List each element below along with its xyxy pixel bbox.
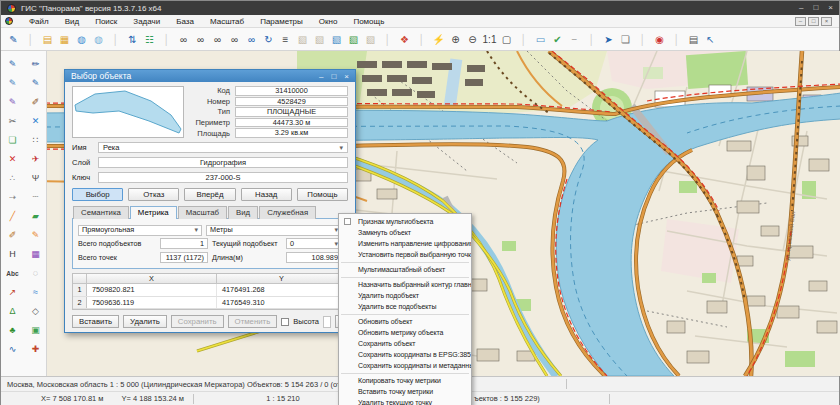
dialog-close-button[interactable]: × xyxy=(344,72,349,81)
toolbar-divider[interactable]: │ xyxy=(379,30,396,49)
menu-item-set-first-point[interactable]: Установить первой выбранную точку xyxy=(339,249,471,260)
current-subobject-select[interactable]: 0▾ xyxy=(286,238,342,249)
toolbar-divider[interactable]: │ xyxy=(634,30,651,49)
triangle-tool[interactable]: Δ xyxy=(1,302,24,321)
open-map-button[interactable]: ▤ xyxy=(39,30,56,49)
brush-tool[interactable]: ✐ xyxy=(24,93,47,112)
object-list-button[interactable]: ≡ xyxy=(277,30,294,49)
menu-view[interactable]: Вид xyxy=(57,15,87,28)
tab-scale[interactable]: Масштаб xyxy=(178,206,227,219)
save-map-button[interactable]: ▦ xyxy=(56,30,73,49)
color-palette-button[interactable]: ◉ xyxy=(651,30,668,49)
mdi-restore-button[interactable]: □ xyxy=(808,17,819,26)
window-minimize-button[interactable]: – xyxy=(799,2,803,14)
toolbar-divider[interactable]: │ xyxy=(515,30,532,49)
save-button[interactable]: Сохранить xyxy=(171,315,224,328)
draw-line-tool[interactable]: ╱ xyxy=(1,207,24,226)
cross-tool[interactable]: ✚ xyxy=(24,340,47,359)
toolbar-divider[interactable]: │ xyxy=(413,30,430,49)
text-h-tool[interactable]: H xyxy=(1,245,24,264)
menu-item-save-coords-metadata[interactable]: Сохранить координаты и метаданные xyxy=(339,360,471,371)
find-object-button[interactable]: ∞ xyxy=(175,30,192,49)
whats-this-button[interactable]: ↖ xyxy=(702,30,719,49)
menu-options[interactable]: Параметры xyxy=(252,15,311,28)
menu-database[interactable]: База xyxy=(168,15,202,28)
y-value[interactable]: 4176549.310 xyxy=(217,297,347,309)
cancel-button[interactable]: Отказ xyxy=(128,188,179,201)
find-by-name-button[interactable]: ∞ xyxy=(192,30,209,49)
undo-button[interactable]: Отменить xyxy=(228,315,278,328)
column-header-x[interactable]: X xyxy=(87,274,217,283)
menu-item-set-main-contour[interactable]: Назначить выбранный контур главным xyxy=(339,279,471,290)
node-grid-tool[interactable]: ∷ xyxy=(24,131,47,150)
toolbar-divider[interactable]: │ xyxy=(583,30,600,49)
move-points-tool[interactable]: ⇢ xyxy=(1,188,24,207)
units-select[interactable]: Метры▾ xyxy=(206,225,342,236)
text-abc-tool[interactable]: Abc xyxy=(1,264,24,283)
find-selected-button[interactable]: ∞ xyxy=(243,30,260,49)
menu-search[interactable]: Поиск xyxy=(87,15,125,28)
total-subobjects-field[interactable]: 1 xyxy=(160,238,208,249)
dialog-maximize-button[interactable]: □ xyxy=(331,72,336,81)
menu-item-save-object[interactable]: Сохранить объект xyxy=(339,338,471,349)
select-info-button[interactable]: ➤ xyxy=(600,30,617,49)
menu-item-multiscale-object[interactable]: Мультимасштабный объект xyxy=(339,264,471,275)
menu-item-change-direction[interactable]: Изменить направление цифрования xyxy=(339,238,471,249)
screen-view-button[interactable]: ▭ xyxy=(532,30,549,49)
menu-scale[interactable]: Масштаб xyxy=(202,15,252,28)
create-object-button[interactable]: ✎ xyxy=(5,30,22,49)
menu-item-copy-point[interactable]: Копировать точку метрики xyxy=(339,375,471,386)
stamp-tool[interactable]: ▣ xyxy=(24,321,47,340)
toolbar-divider[interactable]: │ xyxy=(668,30,685,49)
toolbar-divider[interactable]: │ xyxy=(107,30,124,49)
plane-tool[interactable]: ✈ xyxy=(24,150,47,169)
measure-tool[interactable]: ◇ xyxy=(24,302,47,321)
pencil-dark-tool[interactable]: ✏ xyxy=(24,55,47,74)
tab-semantics[interactable]: Семантика xyxy=(73,206,129,219)
dialog-title-bar[interactable]: Выбор объекта – □ × xyxy=(65,70,355,82)
open-geoportal-button[interactable]: ◍ xyxy=(73,30,90,49)
menu-window[interactable]: Окно xyxy=(311,15,346,28)
cut-object-tool[interactable]: ✂ xyxy=(1,112,24,131)
vegetation-tool[interactable]: ♣ xyxy=(1,321,24,340)
menu-item-paste-point[interactable]: Вставить точку метрики xyxy=(339,386,471,397)
menu-item-multiobject-flag[interactable]: Признак мультиобъекта xyxy=(339,216,471,227)
wave-tool[interactable]: ≈ xyxy=(24,283,47,302)
draw-spline-tool[interactable]: ✐ xyxy=(1,226,24,245)
tab-metrics[interactable]: Метрика xyxy=(130,206,177,219)
curve-tool[interactable]: ∿ xyxy=(1,340,24,359)
print-button[interactable]: ▤ xyxy=(685,30,702,49)
length-field[interactable]: 108.989 xyxy=(286,252,342,263)
image-check-button[interactable]: ▧ xyxy=(311,30,328,49)
clipboard-button[interactable]: ❏ xyxy=(617,30,634,49)
apply-check-button[interactable]: ✔ xyxy=(549,30,566,49)
run-task-button[interactable]: ⚡ xyxy=(430,30,447,49)
total-points-field[interactable]: 1137 (1172) xyxy=(160,252,208,263)
column-header-y[interactable]: Y xyxy=(217,274,347,283)
menu-item-delete-current-point[interactable]: Удалить текущую точку xyxy=(339,397,471,405)
table-row[interactable]: 2 7509636.119 4176549.310 xyxy=(73,297,347,310)
menu-file[interactable]: Файл xyxy=(21,15,57,28)
pencil-check-tool[interactable]: ✎ xyxy=(24,74,47,93)
select-button[interactable]: Выбор xyxy=(72,188,123,201)
height-input[interactable] xyxy=(323,316,331,328)
image-arrow-blue-button[interactable]: ▧ xyxy=(328,30,345,49)
sphere-cluster-button[interactable]: ❖ xyxy=(396,30,413,49)
menu-item-refresh-object[interactable]: Обновить объект xyxy=(339,316,471,327)
coord-system-select[interactable]: Прямоугольная▾ xyxy=(78,225,202,236)
polygon-tool[interactable]: ▰ xyxy=(24,207,47,226)
dialog-minimize-button[interactable]: – xyxy=(319,72,323,81)
fit-extent-button[interactable]: ▢ xyxy=(498,30,515,49)
image-close-button[interactable]: ▧ xyxy=(362,30,379,49)
open-internet-map-button[interactable]: ◍ xyxy=(90,30,107,49)
menu-item-refresh-metrics[interactable]: Обновить метрику объекта xyxy=(339,327,471,338)
erase-button[interactable]: − xyxy=(566,30,583,49)
edit-node-tool[interactable]: ❏ xyxy=(1,131,24,150)
fork-tool[interactable]: Ψ xyxy=(24,169,47,188)
name-select[interactable]: Река▾ xyxy=(98,142,348,153)
edit-sign-tool[interactable]: ✎ xyxy=(1,93,24,112)
zoom-out-button[interactable]: ⊖ xyxy=(464,30,481,49)
mdi-close-button[interactable]: × xyxy=(821,17,832,26)
menu-item-delete-subobject[interactable]: Удалить подобъект xyxy=(339,290,471,301)
dash-line-tool[interactable]: ┄ xyxy=(24,188,47,207)
